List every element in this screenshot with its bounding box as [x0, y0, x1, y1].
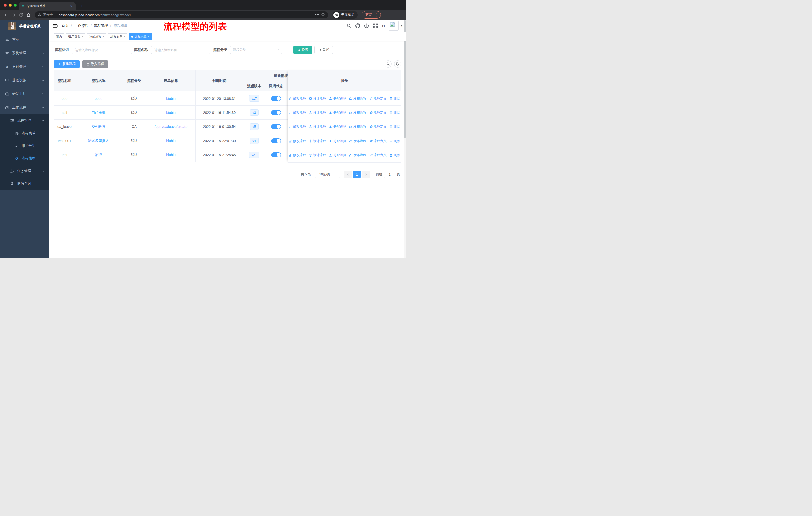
- action-link-2[interactable]: 设计流程: [309, 125, 326, 129]
- url-bar[interactable]: 不安全 dashboard.yudao.iocoder.cn/bpm/manag…: [35, 11, 328, 19]
- search-button[interactable]: 搜索: [293, 46, 312, 54]
- search-icon[interactable]: [347, 23, 352, 28]
- active-status-toggle[interactable]: [271, 138, 281, 143]
- tag-close-icon[interactable]: ×: [82, 35, 83, 38]
- fullscreen-icon[interactable]: [373, 23, 378, 28]
- form-info-link[interactable]: biubiu: [166, 139, 175, 143]
- font-size-icon[interactable]: TT: [382, 24, 385, 28]
- form-info-link[interactable]: biubiu: [166, 153, 175, 157]
- home-icon[interactable]: [25, 11, 32, 18]
- close-window-button[interactable]: [3, 3, 6, 6]
- tag-home[interactable]: 首页: [54, 33, 64, 40]
- sidebar-item-task-mgmt[interactable]: 任务管理: [0, 165, 49, 178]
- breadcrumb-item[interactable]: 工作流程: [74, 24, 88, 28]
- goto-page-input[interactable]: [384, 171, 396, 178]
- action-link-1[interactable]: 修改流程: [289, 153, 306, 158]
- sidebar-item-infra[interactable]: 基础设施: [0, 74, 49, 87]
- sidebar-item-system[interactable]: 系统管理: [0, 46, 49, 60]
- action-link-3[interactable]: 分配规则: [329, 125, 346, 129]
- active-status-toggle[interactable]: [271, 96, 281, 101]
- form-info-link[interactable]: /bpm/oa/leave/create: [154, 125, 187, 129]
- browser-update-button[interactable]: 更新 ⋮: [362, 11, 381, 19]
- import-process-button[interactable]: 导入流程: [82, 60, 108, 68]
- process-name-link[interactable]: 滔博: [95, 153, 102, 157]
- sidebar-item-payment[interactable]: ¥ 支付管理: [0, 60, 49, 74]
- breadcrumb-item[interactable]: 流程管理: [94, 24, 108, 28]
- process-name-link[interactable]: OA 请假: [92, 125, 105, 129]
- avatar[interactable]: [389, 21, 399, 31]
- back-icon[interactable]: [2, 11, 9, 18]
- action-link-1[interactable]: 修改流程: [289, 139, 306, 143]
- action-link-5[interactable]: 流程定义: [369, 96, 387, 101]
- tag-close-icon[interactable]: ×: [103, 35, 104, 38]
- version-badge[interactable]: v4: [250, 138, 259, 144]
- action-link-2[interactable]: 设计流程: [309, 110, 326, 115]
- toggle-search-button[interactable]: [385, 60, 392, 67]
- tab-close-icon[interactable]: ×: [70, 4, 73, 8]
- minimize-window-button[interactable]: [8, 3, 11, 6]
- action-link-4[interactable]: 发布流程: [349, 139, 367, 143]
- action-link-2[interactable]: 设计流程: [309, 96, 326, 101]
- page-number-current[interactable]: 1: [353, 171, 361, 178]
- new-tab-button[interactable]: +: [79, 2, 85, 9]
- active-status-toggle[interactable]: [271, 124, 281, 129]
- action-link-3[interactable]: 分配规则: [329, 153, 346, 158]
- action-link-5[interactable]: 流程定义: [369, 125, 387, 129]
- sidebar-item-process-form[interactable]: 流程表单: [0, 127, 49, 140]
- reset-button[interactable]: 重置: [314, 46, 333, 54]
- browser-tab[interactable]: 芋道管理系统 ×: [19, 2, 76, 10]
- github-icon[interactable]: [355, 23, 360, 28]
- create-process-button[interactable]: ＋ 新建流程: [54, 60, 80, 68]
- action-link-5[interactable]: 流程定义: [369, 110, 387, 115]
- chevron-down-icon[interactable]: ▾: [401, 24, 403, 27]
- action-link-6[interactable]: 删除: [389, 139, 400, 143]
- action-link-6[interactable]: 删除: [389, 110, 400, 115]
- sidebar-item-leave-query[interactable]: 请假查询: [0, 178, 49, 190]
- category-select[interactable]: 流程分类: [230, 46, 282, 54]
- prev-page-button[interactable]: [344, 171, 352, 178]
- version-badge[interactable]: v2: [250, 109, 259, 116]
- process-key-input[interactable]: [72, 46, 132, 54]
- tag-close-icon[interactable]: ×: [123, 35, 125, 38]
- tag-process-form[interactable]: 流程表单×: [108, 33, 127, 40]
- version-badge[interactable]: v5: [250, 124, 259, 130]
- sidebar-item-devtools[interactable]: 研发工具: [0, 87, 49, 101]
- active-status-toggle[interactable]: [271, 153, 281, 158]
- breadcrumb-item[interactable]: 首页: [62, 24, 69, 28]
- action-link-2[interactable]: 设计流程: [309, 153, 326, 158]
- page-scrollbar[interactable]: [404, 20, 406, 258]
- zoom-window-button[interactable]: [13, 3, 17, 6]
- sidebar-item-home[interactable]: 首页: [0, 33, 49, 46]
- forward-icon[interactable]: [10, 11, 17, 18]
- password-key-icon[interactable]: [315, 12, 319, 18]
- tag-my-process[interactable]: 我的流程×: [87, 33, 106, 40]
- version-badge[interactable]: v17: [249, 95, 260, 102]
- action-link-2[interactable]: 设计流程: [309, 139, 326, 143]
- sidebar-item-workflow[interactable]: 工作流程: [0, 101, 49, 114]
- process-name-link[interactable]: eeee: [95, 97, 103, 101]
- sidebar-item-user-group[interactable]: 用户分组: [0, 140, 49, 152]
- action-link-4[interactable]: 发布流程: [349, 110, 367, 115]
- action-link-1[interactable]: 修改流程: [289, 96, 306, 101]
- action-link-1[interactable]: 修改流程: [289, 110, 306, 115]
- tag-close-icon[interactable]: ×: [148, 35, 149, 38]
- action-link-6[interactable]: 删除: [389, 96, 400, 101]
- action-link-4[interactable]: 发布流程: [349, 125, 367, 129]
- app-logo[interactable]: 芋道管理系统: [0, 20, 49, 33]
- sidebar-item-process-model[interactable]: 流程模型: [0, 152, 49, 165]
- action-link-3[interactable]: 分配规则: [329, 96, 346, 101]
- action-link-3[interactable]: 分配规则: [329, 139, 346, 143]
- page-size-select[interactable]: 10条/页: [315, 171, 340, 178]
- collapse-sidebar-icon[interactable]: [53, 23, 58, 29]
- browser-menu-dots-icon[interactable]: ⋮: [374, 12, 378, 17]
- tag-tenant[interactable]: 租户管理×: [66, 33, 85, 40]
- action-link-1[interactable]: 修改流程: [289, 125, 306, 129]
- action-link-4[interactable]: 发布流程: [349, 153, 367, 158]
- action-link-6[interactable]: 删除: [389, 125, 400, 129]
- process-name-link[interactable]: 自己审批: [92, 110, 106, 114]
- action-link-5[interactable]: 流程定义: [369, 139, 387, 143]
- action-link-4[interactable]: 发布流程: [349, 96, 367, 101]
- sidebar-item-process-mgmt[interactable]: 流程管理: [0, 114, 49, 127]
- reload-icon[interactable]: [18, 11, 24, 18]
- refresh-table-button[interactable]: [394, 60, 401, 67]
